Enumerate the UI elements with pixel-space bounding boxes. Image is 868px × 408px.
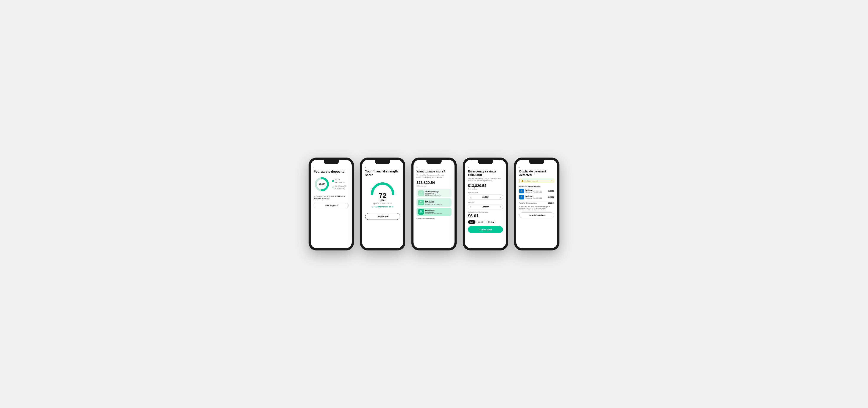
phone5-back-arrow[interactable]: ‹ xyxy=(519,166,554,168)
phone4-notch xyxy=(478,160,493,164)
phone4: ‹ Emergency savings calculator Play with… xyxy=(463,157,508,251)
phone5-wrapper: ‹ Duplicate payment detected ⚠️ Duplicat… xyxy=(514,157,559,251)
tx-amount-2: $128.30 xyxy=(548,196,554,198)
transaction-row-2: ✦ Walmart Shopping Feb 20, 2022 $128.30 xyxy=(519,195,554,200)
deposit-info: In February, you deposited $5,450 into 2… xyxy=(314,195,349,200)
amount-stepper-right[interactable]: › xyxy=(500,196,501,198)
phone2-back-arrow[interactable]: ‹ xyxy=(365,166,400,168)
spend-title: Monthly spend xyxy=(335,185,346,187)
gauge-label: HIGH xyxy=(379,199,386,202)
alert-close-button[interactable]: ✕ xyxy=(551,180,552,182)
choose-amount[interactable]: Choose another amount xyxy=(416,217,452,220)
transfer-amount: $6.01 xyxy=(468,213,503,218)
badge-label-3: points xyxy=(419,212,423,213)
spend-sub: $1,363 (25%) xyxy=(335,187,346,190)
gauge-score: 72 xyxy=(379,192,386,199)
total-amount-label: Total amount xyxy=(468,192,503,194)
challenge-text-2: Even better! Save $4,000 $13.18 / day fo… xyxy=(425,200,442,205)
timeline-stepper-right[interactable]: › xyxy=(500,205,501,208)
donut-section: $5,450 Income $4,087 (75%) xyxy=(314,176,349,192)
transaction-row-1: ✦ Walmart Shopping Feb 20, 2022 $128.30 xyxy=(519,188,554,194)
gauge-section: 72 HIGH Updated today at 5:28 PM ▲ +12 U… xyxy=(365,180,400,208)
change-text: Up from 60 to 72 xyxy=(378,206,394,208)
tx-info-1: Walmart Shopping Feb 20, 2022 xyxy=(525,189,546,193)
transfer-label: Estimated transfer amount xyxy=(468,211,503,213)
timeline-row: Timeline ‹ 1 month › xyxy=(468,201,503,209)
amount-stepper[interactable]: ‹ $3,000 › xyxy=(468,195,503,200)
challenge-save-1: Save $3,000 xyxy=(425,193,434,194)
challenge-title-1: Worthy challenge xyxy=(425,191,441,193)
phone1-screen: ‹ February's deposits $5,450 xyxy=(311,160,352,248)
tx-category-2: Shopping Feb 20, 2022 xyxy=(525,197,546,199)
challenge-desc-1: Save $3,000 xyxy=(425,193,441,194)
phone2-screen: ‹ Your financial strength score 72 HIGH xyxy=(362,160,403,248)
period-weekly[interactable]: Weekly xyxy=(476,220,486,224)
phone5-notch xyxy=(529,160,544,164)
donut-amount: $5,450 xyxy=(318,183,325,185)
badge-label-2: points xyxy=(419,203,423,204)
total-savings-label: Total savings xyxy=(416,185,452,187)
challenge-text-1: Worthy challenge Save $3,000 $6.01 / day… xyxy=(425,191,441,196)
phone2-title: Your financial strength score xyxy=(365,170,400,177)
total-value: $256.60 xyxy=(548,202,554,204)
timeline-stepper-left[interactable]: ‹ xyxy=(470,205,471,208)
dup-section-title: Duplicate transactions (2) xyxy=(519,185,554,187)
challenge-badge-1: 5 points xyxy=(418,191,424,196)
phone4-wrapper: ‹ Emergency savings calculator Play with… xyxy=(463,157,508,251)
challenge-card-2: 10 points Even better! Save $4,000 $13.1… xyxy=(416,198,452,207)
phone3-back-arrow[interactable]: ‹ xyxy=(416,166,452,168)
phone3-subtitle: See how little changes can make a big di… xyxy=(416,174,452,178)
phone3: ‹ Want to save more? See how little chan… xyxy=(411,157,457,251)
badge-points-2: 10 xyxy=(420,201,422,203)
challenge-save-2: Save $4,000 xyxy=(425,202,434,204)
deposit-accounts: 2 accounts xyxy=(314,195,345,200)
spend-dot xyxy=(332,186,334,188)
learn-more-button[interactable]: Learn more xyxy=(365,213,400,220)
spend-label: Monthly spend $1,363 (25%) xyxy=(335,185,346,191)
challenge-text-3: All-star alert Save $5,000 $10.14 / day … xyxy=(425,209,442,214)
total-label: Total for 2 transactions xyxy=(519,202,536,204)
phone4-back-arrow[interactable]: ‹ xyxy=(468,166,503,168)
tx-amount-1: $128.30 xyxy=(548,190,554,192)
phone3-wrapper: ‹ Want to save more? See how little chan… xyxy=(411,157,457,251)
tx-name-1: Walmart xyxy=(525,189,546,191)
phone4-screen: ‹ Emergency savings calculator Play with… xyxy=(465,160,506,248)
phone1-notch xyxy=(324,160,339,164)
challenge-badge-2: 10 points xyxy=(418,200,424,205)
total-row: Total for 2 transactions $256.60 xyxy=(519,202,554,204)
deposit-amount: $5,450 xyxy=(335,195,340,197)
walmart-star-2: ✦ xyxy=(521,196,523,198)
phone1-back-arrow[interactable]: ‹ xyxy=(314,166,349,168)
phone5-title: Duplicate payment detected xyxy=(519,170,554,177)
challenge-desc-2: Save $4,000 xyxy=(425,202,442,204)
phone4-title: Emergency savings calculator xyxy=(468,170,503,177)
tx-category-1: Shopping Feb 20, 2022 xyxy=(525,191,546,193)
walmart-icon-1: ✦ xyxy=(519,188,524,194)
income-sub: $4,087 (75%) xyxy=(335,181,345,184)
phone5: ‹ Duplicate payment detected ⚠️ Duplicat… xyxy=(514,157,559,251)
period-monthly[interactable]: Monthly xyxy=(486,220,496,224)
phones-container: ‹ February's deposits $5,450 xyxy=(300,145,568,263)
view-deposits-button[interactable]: View deposits xyxy=(314,203,349,208)
legend-spend: Monthly spend $1,363 (25%) xyxy=(332,185,346,191)
challenge-sub-1: $6.01 / day for 1 month xyxy=(425,194,441,196)
total-amount-row: Total amount ‹ $3,000 › xyxy=(468,192,503,200)
view-transactions-button[interactable]: View transactions xyxy=(519,212,554,218)
gauge-updated: Updated today at 5:28 PM xyxy=(373,203,392,204)
phone4-subtitle: Play with the calculator below to see ho… xyxy=(468,177,503,182)
income-dot xyxy=(332,180,334,182)
timeline-stepper-value: 1 month xyxy=(482,206,489,208)
amount-stepper-left[interactable]: ‹ xyxy=(470,196,471,198)
phone2-notch xyxy=(375,160,390,164)
change-arrow: ▲ xyxy=(372,206,374,208)
change-value: +12 xyxy=(374,206,378,208)
challenge-sub-3: $10.14 / day for 6 months xyxy=(425,213,442,214)
create-goal-button[interactable]: Create goal xyxy=(468,226,503,233)
phone1: ‹ February's deposits $5,450 xyxy=(309,157,354,251)
timeline-stepper[interactable]: ‹ 1 month › xyxy=(468,204,503,209)
phone2-wrapper: ‹ Your financial strength score 72 HIGH xyxy=(360,157,405,251)
phone1-wrapper: ‹ February's deposits $5,450 xyxy=(309,157,354,251)
income-title: Income xyxy=(335,178,345,181)
period-daily[interactable]: Daily xyxy=(468,220,475,224)
phone3-title: Want to save more? xyxy=(416,170,452,173)
